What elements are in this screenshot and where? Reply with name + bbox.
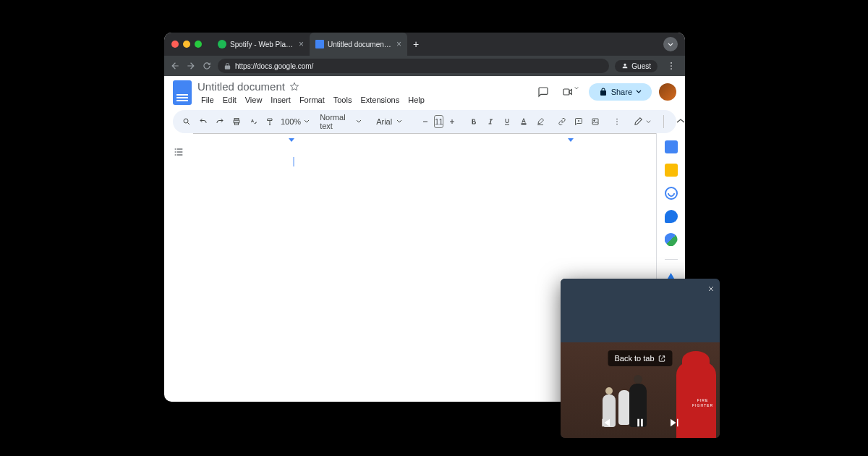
menu-format[interactable]: Format [296,94,328,106]
picture-in-picture-window[interactable]: FIREFIGHTER Back to tab [561,279,720,438]
font-dropdown[interactable]: Arial [372,117,412,126]
right-indent-marker[interactable] [568,134,574,147]
keep-app-icon[interactable] [665,164,678,177]
pip-close-button[interactable] [707,283,715,296]
window-dropdown-button[interactable] [663,37,678,51]
window-close-button[interactable] [171,41,179,48]
docs-header: Untitled document File Edit View Insert … [164,76,685,106]
redo-button[interactable] [212,113,228,130]
bold-button[interactable] [466,113,482,130]
account-avatar[interactable] [659,83,676,101]
document-title[interactable]: Untitled document [197,80,285,93]
tab-close-button[interactable]: × [299,40,304,48]
svg-rect-18 [175,154,176,155]
star-button[interactable] [289,82,299,92]
svg-rect-8 [522,124,527,125]
reload-button[interactable] [202,61,212,71]
docs-logo[interactable] [173,80,192,105]
menu-file[interactable]: File [197,94,218,106]
text-cursor [293,157,294,166]
left-indent-marker[interactable] [289,134,294,147]
traffic-lights [171,41,202,48]
svg-rect-19 [176,154,182,155]
left-margin [164,133,193,402]
svg-point-11 [617,119,618,120]
tab-spotify[interactable]: Spotify - Web Player: Music f × [212,33,310,56]
maps-app-icon[interactable] [665,233,678,246]
text-color-button[interactable] [516,113,532,130]
comment-history-button[interactable] [535,83,552,101]
new-tab-button[interactable]: + [407,33,425,56]
zoom-value[interactable]: 100% [278,117,303,126]
menu-help[interactable]: Help [404,94,428,106]
increase-font-button[interactable] [444,113,460,130]
meet-button[interactable] [559,83,582,101]
svg-rect-3 [563,89,569,95]
svg-rect-9 [592,119,598,124]
tab-title: Untitled document - Google D [328,41,393,48]
tab-google-docs[interactable]: Untitled document - Google D × [310,33,407,56]
window-minimize-button[interactable] [183,41,190,48]
profile-button[interactable]: Guest [615,60,658,72]
menu-tools[interactable]: Tools [330,94,356,106]
tab-strip: Spotify - Web Player: Music f × Untitled… [212,33,659,56]
contacts-app-icon[interactable] [665,210,678,223]
site-info-icon[interactable] [224,62,231,70]
forward-button[interactable] [186,61,196,71]
menu-extensions[interactable]: Extensions [357,94,403,106]
browser-menu-button[interactable] [663,61,679,71]
menu-bar: File Edit View Insert Format Tools Exten… [197,94,529,106]
svg-rect-17 [176,151,182,152]
share-label: Share [611,88,632,96]
font-value: Arial [376,117,392,126]
gdocs-icon [315,40,324,48]
svg-rect-14 [175,148,176,149]
search-menus-button[interactable] [179,113,195,130]
spotify-icon [218,40,226,48]
highlight-color-button[interactable] [532,113,548,130]
pip-back-to-tab-button[interactable]: Back to tab [608,350,672,366]
back-button[interactable] [170,61,180,71]
print-button[interactable] [229,113,244,130]
previous-track-button[interactable] [599,416,612,429]
insert-link-button[interactable] [554,113,570,130]
svg-point-0 [671,62,672,64]
underline-button[interactable] [499,113,515,130]
menu-edit[interactable]: Edit [219,94,240,106]
editing-mode-button[interactable] [626,114,658,130]
address-bar[interactable]: https://docs.google.com/ [218,59,609,73]
back-to-tab-label: Back to tab [614,354,654,363]
decrease-font-button[interactable] [417,113,433,130]
document-outline-button[interactable] [173,146,184,402]
docs-title-area: Untitled document File Edit View Insert … [197,80,529,106]
paragraph-style-dropdown[interactable]: Normal text [315,113,366,130]
hide-menus-button[interactable] [669,116,685,127]
insert-image-button[interactable] [587,113,603,130]
window-maximize-button[interactable] [195,41,202,48]
more-tools-button[interactable] [609,113,625,130]
separator [665,259,678,260]
tasks-app-icon[interactable] [665,187,678,200]
add-comment-button[interactable] [571,113,587,130]
spellcheck-button[interactable] [245,113,261,130]
undo-button[interactable] [195,113,211,130]
next-track-button[interactable] [668,416,681,429]
menu-view[interactable]: View [242,94,266,106]
paint-format-button[interactable] [262,113,278,130]
ruler[interactable] [193,134,656,143]
svg-rect-20 [637,419,639,427]
italic-button[interactable] [482,113,498,130]
menu-insert[interactable]: Insert [267,94,294,106]
tab-close-button[interactable]: × [396,40,401,48]
font-size-input[interactable]: 11 [434,115,443,128]
svg-rect-16 [175,151,176,152]
share-button[interactable]: Share [589,83,652,101]
url-bar: https://docs.google.com/ Guest [164,56,685,76]
style-value: Normal text [320,113,352,130]
pause-button[interactable] [634,416,647,429]
zoom-dropdown[interactable] [304,119,310,124]
svg-point-13 [617,124,618,125]
toolbar: 100% Normal text Arial 11 [173,110,676,133]
title-bar: Spotify - Web Player: Music f × Untitled… [164,33,685,56]
calendar-app-icon[interactable] [665,140,678,153]
